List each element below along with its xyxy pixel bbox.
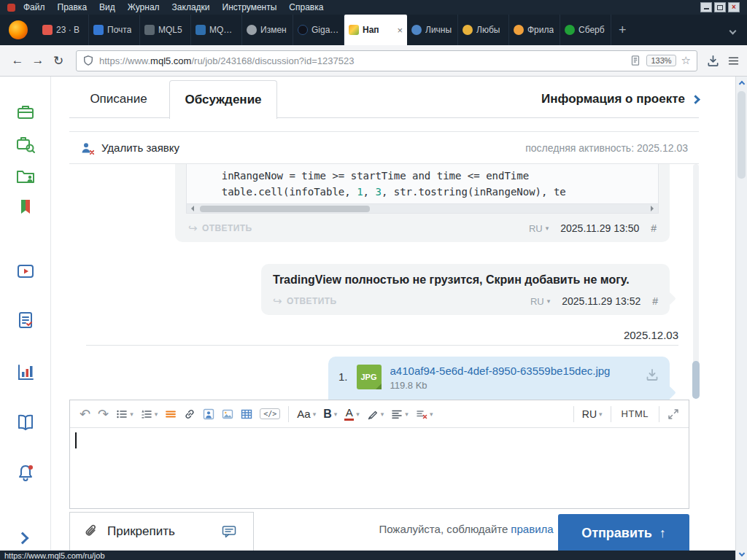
tab-label: Сберб (578, 25, 605, 35)
send-button[interactable]: Отправить↑ (558, 514, 689, 551)
shield-icon[interactable] (82, 55, 94, 66)
forward-button[interactable]: → (28, 53, 48, 68)
undo-button[interactable]: ↶ (76, 403, 94, 425)
sidebar-articles-icon[interactable] (15, 310, 36, 330)
back-button[interactable]: ← (7, 53, 28, 68)
menu-history[interactable]: Журнал (128, 2, 160, 12)
horizontal-rule-button[interactable] (161, 403, 180, 425)
browser-tab[interactable]: MQL5 Code (191, 15, 242, 45)
clear-format-button[interactable]: ▾ (412, 403, 437, 425)
browser-tab-active[interactable]: Нап× (344, 15, 407, 45)
menu-help[interactable]: Справка (289, 2, 323, 12)
scroll-left-button[interactable] (188, 206, 194, 211)
text-caret (75, 432, 77, 448)
code-insert-button[interactable]: </> (256, 403, 284, 425)
expand-editor-button[interactable] (664, 403, 683, 425)
menu-bookmarks[interactable]: Закладки (172, 2, 210, 12)
firefox-logo-icon[interactable] (9, 20, 28, 39)
message-anchor-link[interactable]: # (651, 222, 657, 234)
language-dropdown[interactable]: RU▾ (530, 296, 550, 307)
redo-button[interactable]: ↷ (94, 403, 112, 425)
tab-overflow-button[interactable] (730, 23, 735, 36)
sidebar-jobs-icon[interactable] (15, 102, 36, 122)
close-button[interactable]: × (728, 2, 740, 12)
attach-file-button[interactable]: Прикрепить (69, 512, 205, 551)
browser-tab[interactable]: Любы (458, 15, 509, 45)
url-bar[interactable]: https://www.mql5.com/ru/job/243168/discu… (76, 50, 697, 71)
browser-window: Файл Правка Вид Журнал Закладки Инструме… (0, 0, 747, 560)
font-color-button[interactable]: A▾ (341, 403, 363, 425)
align-button[interactable]: ▾ (387, 403, 412, 425)
sidebar-expand-button[interactable] (18, 532, 39, 553)
menu-file[interactable]: Файл (23, 2, 45, 12)
scroll-right-button[interactable] (651, 206, 657, 211)
bookmark-star-icon[interactable]: ☆ (681, 54, 691, 67)
tab-bar: 23 · В Почта MQL5 MQL5 Code Измен GigaCh… (0, 15, 747, 45)
new-tab-button[interactable]: + (611, 23, 634, 38)
message-template-button[interactable] (204, 512, 254, 551)
tab-close-button[interactable]: × (397, 25, 403, 36)
rules-link[interactable]: правила (511, 523, 553, 535)
editor-language-dropdown[interactable]: RU▾ (578, 403, 606, 425)
scroll-down-button[interactable] (736, 548, 747, 560)
attachment-filesize: 119.8 Kb (390, 380, 611, 391)
comment-input-area[interactable] (70, 428, 689, 508)
reload-button[interactable]: ↻ (48, 53, 69, 69)
browser-tab[interactable]: Сберб (560, 15, 611, 45)
sidebar-bookmark-icon[interactable] (15, 197, 36, 217)
table-insert-button[interactable] (237, 403, 256, 425)
window-scrollbar[interactable] (735, 77, 747, 560)
chevron-down-icon: ▾ (546, 225, 549, 232)
sidebar-videos-icon[interactable] (15, 261, 36, 281)
image-insert-button[interactable] (218, 403, 237, 425)
sidebar-chart-icon[interactable] (15, 362, 36, 383)
bold-button[interactable]: B▾ (320, 403, 341, 425)
highlight-button[interactable]: ▾ (363, 403, 388, 425)
reply-button[interactable]: ↪Ответить (273, 295, 336, 308)
message-anchor-link[interactable]: # (652, 295, 658, 307)
tab-description[interactable]: Описание (69, 80, 168, 118)
delete-application-button[interactable]: Удалить заявку (80, 141, 179, 155)
maximize-button[interactable] (714, 2, 726, 12)
date-divider-label: 2025.12.03 (86, 329, 678, 341)
zoom-indicator[interactable]: 133% (646, 55, 676, 66)
downloads-icon[interactable] (706, 54, 720, 68)
reply-button[interactable]: ↪Ответить (188, 222, 252, 235)
menu-edit[interactable]: Правка (58, 2, 88, 12)
browser-tab[interactable]: Почта (89, 15, 140, 45)
horizontal-scrollbar[interactable] (187, 203, 658, 213)
menu-view[interactable]: Вид (99, 2, 115, 12)
html-mode-button[interactable]: HTML (616, 408, 654, 419)
sidebar-job-search-icon[interactable] (15, 134, 36, 155)
menu-tools[interactable]: Инструменты (222, 2, 277, 12)
bullet-list-button[interactable]: ▾ (112, 403, 137, 425)
scroll-up-button[interactable] (736, 77, 747, 88)
tab-favicon (196, 25, 206, 35)
browser-tab[interactable]: GigaCh (293, 15, 344, 45)
project-info-link[interactable]: Информация о проекте (541, 80, 699, 118)
attachment-filename-link[interactable]: a410af94-5e6d-4def-8950-63559be15dec.jpg (390, 365, 611, 377)
sidebar-notifications-icon[interactable] (15, 463, 36, 483)
tab-discussion[interactable]: Обсуждение (169, 80, 277, 119)
font-size-button[interactable]: Aa▾ (293, 403, 320, 425)
sidebar-applications-icon[interactable] (15, 166, 36, 187)
browser-tab[interactable]: 23 · В (38, 15, 89, 45)
language-dropdown[interactable]: RU▾ (529, 223, 549, 234)
browser-tab[interactable]: Фрила (509, 15, 560, 45)
content-scrollbar-thumb[interactable] (692, 361, 700, 399)
browser-tab[interactable]: Измен (242, 15, 293, 45)
link-button[interactable] (180, 403, 199, 425)
message-bubble: inRangeNow = time >= startTime and time … (175, 164, 670, 242)
browser-tab[interactable]: MQL5 (140, 15, 191, 45)
window-scrollbar-thumb[interactable] (738, 91, 746, 179)
tab-label: Нап (363, 25, 379, 35)
hamburger-menu-icon[interactable] (727, 55, 740, 67)
sidebar-education-icon[interactable] (15, 412, 36, 432)
avatar-insert-button[interactable] (199, 403, 218, 425)
reader-mode-icon[interactable] (630, 55, 641, 66)
browser-tab[interactable]: Личны (407, 15, 458, 45)
download-attachment-button[interactable] (645, 368, 659, 401)
numbered-list-button[interactable]: ▾ (137, 403, 162, 425)
scrollbar-thumb[interactable] (200, 206, 370, 212)
minimize-button[interactable] (700, 2, 712, 12)
